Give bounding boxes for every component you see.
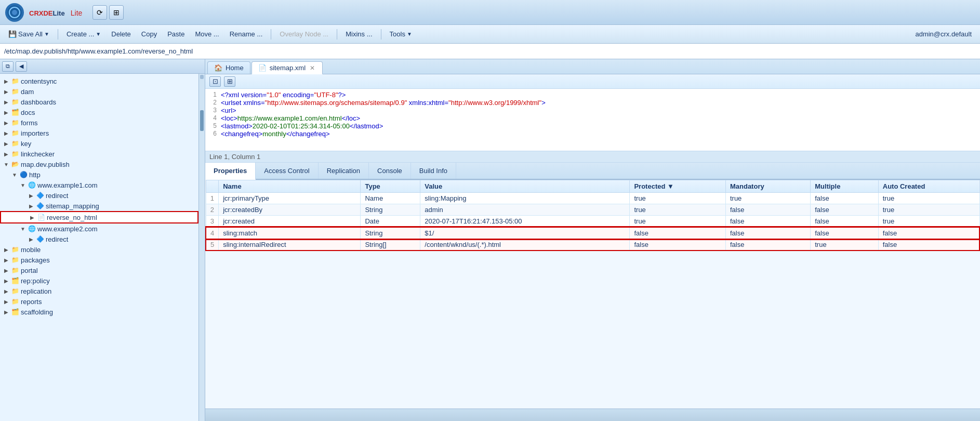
save-all-button[interactable]: 💾 Save All ▼	[4, 29, 54, 40]
prop-type-4: String	[361, 227, 420, 239]
tree-item-redirect1[interactable]: ▶ 🔷 redirect	[0, 190, 198, 201]
tree-item-example2[interactable]: ▼ 🌐 www.example2.com	[0, 223, 198, 234]
delete-button[interactable]: Delete	[107, 29, 135, 40]
tab-home[interactable]: 🏠 Home	[207, 61, 250, 74]
tree-item-mobile[interactable]: ▶ 📁 mobile	[0, 244, 198, 255]
table-row: 2 jcr:createdBy String admin true false …	[206, 204, 979, 216]
tab-build-info[interactable]: Build Info	[411, 163, 456, 179]
file-tree: ▶ 📁 contentsync ▶ 📁 dam ▶ 📁 dashboards	[0, 74, 198, 421]
tree-item-example1[interactable]: ▼ 🌐 www.example1.com	[0, 180, 198, 190]
prop-type-3: Date	[361, 216, 420, 228]
col-type[interactable]: Type	[361, 180, 420, 193]
tree-item-forms[interactable]: ▶ 📁 forms	[0, 117, 198, 128]
tab-console[interactable]: Console	[369, 163, 411, 179]
editor-line-1: 1 <?xml version="1.0" encoding="UTF-8"?>	[205, 91, 980, 99]
prop-mandatory-2: false	[725, 204, 810, 216]
tree-item-replication[interactable]: ▶ 📁 replication	[0, 286, 198, 296]
copy-button[interactable]: Copy	[137, 29, 161, 40]
create-chevron-icon: ▼	[96, 31, 101, 37]
expand-docs-icon: ▶	[2, 108, 10, 116]
folder-icon: 📁	[10, 119, 20, 127]
col-protected[interactable]: Protected ▼	[630, 180, 725, 193]
tab-sitemap[interactable]: 📄 sitemap.xml ✕	[251, 61, 323, 74]
prop-value-4: $1/	[420, 227, 630, 239]
tree-item-rep-policy[interactable]: ▶ 🗂️ rep:policy	[0, 275, 198, 286]
properties-table: Name Type Value Protected ▼ Mandatory Mu…	[205, 180, 980, 251]
prop-name-5: sling:internalRedirect	[219, 239, 361, 251]
create-button[interactable]: Create ... ▼	[62, 29, 105, 40]
paste-button[interactable]: Paste	[163, 29, 189, 40]
tree-item-redirect2[interactable]: ▶ 🔷 redirect	[0, 234, 198, 244]
table-row: 1 jcr:primaryType Name sling:Mapping tru…	[206, 193, 979, 204]
tree-item-reverse-no-html[interactable]: ▶ 📄 reverse_no_html	[0, 211, 198, 223]
folder-icon: 📁	[10, 150, 20, 158]
move-button[interactable]: Move ...	[191, 29, 223, 40]
expand-key-icon: ▶	[2, 139, 10, 148]
expand-forms-icon: ▶	[2, 119, 10, 127]
mixins-button[interactable]: Mixins ...	[341, 29, 376, 40]
row-num-5: 5	[206, 239, 219, 251]
prop-mandatory-1: true	[725, 193, 810, 204]
col-name[interactable]: Name	[219, 180, 361, 193]
folder-icon: 📁	[10, 98, 20, 106]
tree-scrollbar[interactable]	[198, 74, 205, 421]
svg-point-2	[12, 10, 17, 15]
separator-1	[58, 29, 58, 40]
tree-item-dam[interactable]: ▶ 📁 dam	[0, 86, 198, 97]
tab-replication[interactable]: Replication	[319, 163, 369, 179]
editor-line-3: 3 <url>	[205, 107, 980, 114]
tree-item-map-dev-publish[interactable]: ▼ 📂 map.dev.publish	[0, 159, 198, 169]
tree-item-contentsync[interactable]: ▶ 📁 contentsync	[0, 76, 198, 86]
toggle-panel-icon[interactable]: ◀	[16, 61, 27, 72]
prop-type-2: String	[361, 204, 420, 216]
collapse-panel-icon[interactable]: ⧉	[2, 61, 14, 72]
col-value[interactable]: Value	[420, 180, 630, 193]
editor-tab-bar: 🏠 Home 📄 sitemap.xml ✕	[205, 59, 980, 74]
tree-item-portal[interactable]: ▶ 📁 portal	[0, 265, 198, 275]
col-multiple[interactable]: Multiple	[811, 180, 879, 193]
overlay-node-button[interactable]: Overlay Node ...	[275, 29, 333, 40]
expand-scaffolding-icon: ▶	[2, 308, 10, 316]
node-icon: 🔵	[19, 170, 28, 179]
home-tab-icon: 🏠	[214, 64, 222, 72]
rename-button[interactable]: Rename ...	[226, 29, 267, 40]
tree-item-scaffolding[interactable]: ▶ 🗂️ scaffolding	[0, 307, 198, 317]
world-node-icon: 🌐	[27, 225, 36, 233]
prop-autocreated-2: true	[878, 204, 979, 216]
prop-mandatory-4: false	[725, 227, 810, 239]
close-sitemap-tab-icon[interactable]: ✕	[309, 64, 316, 72]
tree-item-key[interactable]: ▶ 📁 key	[0, 138, 198, 149]
grid-icon[interactable]: ⊞	[109, 5, 124, 20]
folder-icon: 📁	[10, 245, 20, 254]
editor-action-icon-1[interactable]: ⊡	[209, 76, 221, 87]
node-icon: 🔷	[35, 191, 45, 200]
sitemap-tab-icon: 📄	[258, 64, 267, 72]
tree-item-dashboards[interactable]: ▶ 📁 dashboards	[0, 97, 198, 107]
editor-action-icon-2[interactable]: ⊞	[224, 76, 235, 87]
tree-item-reports[interactable]: ▶ 📁 reports	[0, 296, 198, 307]
tree-item-http[interactable]: ▼ 🔵 http	[0, 169, 198, 180]
refresh-icon[interactable]: ⟳	[92, 5, 107, 20]
tab-properties[interactable]: Properties	[205, 163, 256, 180]
editor-status-bar: Line 1, Column 1	[205, 151, 980, 163]
tree-item-packages[interactable]: ▶ 📁 packages	[0, 255, 198, 265]
right-panel: 🏠 Home 📄 sitemap.xml ✕ ⊡ ⊞ 1 <?xml versi…	[205, 59, 980, 421]
tree-item-docs[interactable]: ▶ 🗂️ docs	[0, 107, 198, 117]
row-num-4: 4	[206, 227, 219, 239]
editor-toolbar: ⊡ ⊞	[205, 74, 980, 89]
tree-item-sitemap-mapping[interactable]: ▶ 🔷 sitemap_mapping	[0, 201, 198, 211]
prop-name-4: sling:match	[219, 227, 361, 239]
prop-protected-4: false	[630, 227, 725, 239]
col-mandatory[interactable]: Mandatory	[725, 180, 810, 193]
tree-item-importers[interactable]: ▶ 📁 importers	[0, 128, 198, 138]
tools-button[interactable]: Tools ▼	[386, 29, 416, 40]
bottom-status-bar	[205, 409, 980, 421]
prop-multiple-4: false	[811, 227, 879, 239]
expand-example2-icon: ▼	[19, 225, 27, 233]
tab-access-control[interactable]: Access Control	[256, 163, 318, 179]
expand-map-icon: ▼	[2, 160, 10, 168]
tree-item-linkchecker[interactable]: ▶ 📁 linkchecker	[0, 149, 198, 159]
prop-protected-1: true	[630, 193, 725, 204]
folder-icon: 📁	[10, 287, 20, 295]
col-auto-created[interactable]: Auto Created	[878, 180, 979, 193]
